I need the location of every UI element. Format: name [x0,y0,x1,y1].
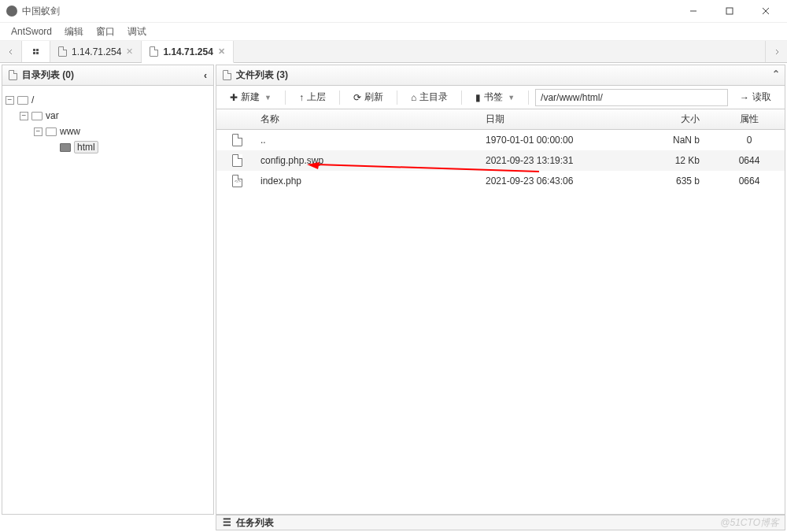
tab-scroll-right[interactable] [765,41,787,62]
file-table-body: .. 1970-01-01 00:00:00 NaN b 0 config.ph… [216,130,785,514]
home-button[interactable]: ⌂ 主目录 [404,87,455,107]
directory-panel-header: 目录列表 (0) ‹ [2,65,213,86]
bookmark-icon: ▮ [475,92,481,103]
menubar: AntSword 编辑 窗口 调试 [0,23,787,41]
tree-node-www[interactable]: − www [6,124,210,139]
cell-size: NaN b [627,135,714,146]
tree-node-html[interactable]: html [6,139,210,155]
titlebar: 中国蚁剑 [0,0,787,23]
menu-antsword[interactable]: AntSword [5,24,58,39]
file-icon [223,70,231,80]
col-date[interactable]: 日期 [486,113,627,126]
separator [339,91,340,105]
tree-label: var [46,110,59,121]
folder-icon [31,112,42,120]
cell-name: .. [257,135,486,146]
col-name[interactable]: 名称 [257,113,486,126]
tab-0[interactable]: 1.14.71.254 ✕ [50,41,142,62]
cell-name: index.php [257,175,486,187]
tab-1[interactable]: 1.14.71.254 ✕ [142,41,233,63]
refresh-button[interactable]: ⟳ 刷新 [346,87,390,107]
task-bar-title: 任务列表 [236,516,274,530]
file-panel-header: 文件列表 (3) ⌃ [216,65,785,86]
file-table-header: 名称 日期 大小 属性 [216,109,785,130]
cell-date: 1970-01-01 00:00:00 [486,135,627,146]
home-label: 主目录 [419,91,448,104]
close-button[interactable] [748,0,784,23]
file-icon [150,46,158,57]
separator [285,91,286,105]
file-panel: 文件列表 (3) ⌃ ✚ 新建 ▼ ↑ 上层 ⟳ 刷新 ⌂ 主目录 [216,65,785,515]
tab-scroll-left[interactable] [0,41,22,62]
folder-icon [17,96,28,105]
home-icon: ⌂ [411,92,416,103]
tab-label: 1.14.71.254 [163,46,212,57]
tree-node-var[interactable]: − var [6,108,210,124]
collapse-icon[interactable]: − [6,96,14,105]
table-row[interactable]: config.php.swp 2021-09-23 13:19:31 12 Kb… [216,150,785,171]
menu-edit[interactable]: 编辑 [58,24,90,40]
path-input[interactable] [535,89,728,106]
directory-panel-title: 目录列表 (0) [22,68,74,82]
table-row[interactable]: .. 1970-01-01 00:00:00 NaN b 0 [216,130,785,150]
read-label: 读取 [752,91,771,104]
cell-name: config.php.swp [257,155,486,166]
collapse-icon[interactable]: − [34,127,42,136]
refresh-label: 刷新 [364,91,383,104]
file-panel-title: 文件列表 (3) [236,68,288,82]
tab-strip: 1.14.71.254 ✕ 1.14.71.254 ✕ [0,41,787,63]
arrow-right-icon: → [740,92,749,103]
svg-rect-1 [726,8,733,14]
file-icon [9,70,17,80]
cell-attr: 0 [714,135,785,146]
directory-tree: − / − var − www html [2,86,213,161]
col-attr[interactable]: 属性 [714,113,785,126]
tab-close-icon[interactable]: ✕ [218,46,225,57]
new-label: 新建 [241,91,260,104]
maximize-button[interactable] [711,0,748,23]
task-bar[interactable]: ☰ 任务列表 [216,515,785,530]
cell-date: 2021-09-23 13:19:31 [486,155,627,166]
separator [528,91,529,105]
minimize-button[interactable] [675,0,711,23]
cell-date: 2021-09-23 06:43:06 [486,175,627,187]
cell-size: 635 b [627,175,714,187]
up-label: 上层 [307,91,326,104]
caret-down-icon: ▼ [264,94,272,102]
new-button[interactable]: ✚ 新建 ▼ [223,87,279,107]
list-icon: ☰ [223,517,231,528]
collapse-icon[interactable]: − [20,112,28,120]
tree-label: www [60,126,80,137]
bookmark-button[interactable]: ▮ 书签 ▼ [468,87,522,107]
caret-down-icon: ▼ [508,94,515,102]
arrow-up-icon: ↑ [299,92,304,103]
menu-window[interactable]: 窗口 [90,24,121,40]
menu-debug[interactable]: 调试 [121,24,153,40]
tree-node-root[interactable]: − / [6,92,210,108]
window-title: 中国蚁剑 [22,5,60,18]
file-icon [232,154,242,167]
app-icon [6,6,17,17]
tree-label: / [31,94,34,105]
grid-icon [33,49,39,54]
file-icon [232,134,242,146]
read-button[interactable]: → 读取 [733,87,778,107]
tab-close-icon[interactable]: ✕ [126,46,133,57]
code-file-icon [232,175,242,187]
col-size[interactable]: 大小 [627,113,714,126]
folder-icon [60,143,71,152]
tree-label: html [74,141,98,153]
watermark: @51CTO博客 [720,516,779,530]
chevron-up-icon[interactable]: ⌃ [772,68,780,79]
file-icon [58,46,67,57]
main-area: 目录列表 (0) ‹ − / − var − www [0,63,787,516]
table-row[interactable]: index.php 2021-09-23 06:43:06 635 b 0664 [216,171,785,191]
chevron-left-icon[interactable]: ‹ [204,70,207,81]
folder-icon [46,127,57,136]
directory-panel: 目录列表 (0) ‹ − / − var − www [2,65,214,515]
home-tab[interactable] [22,41,50,62]
bookmark-label: 书签 [484,91,503,104]
up-button[interactable]: ↑ 上层 [292,87,333,107]
cell-attr: 0644 [714,155,785,166]
file-toolbar: ✚ 新建 ▼ ↑ 上层 ⟳ 刷新 ⌂ 主目录 ▮ 书签 [216,86,785,109]
